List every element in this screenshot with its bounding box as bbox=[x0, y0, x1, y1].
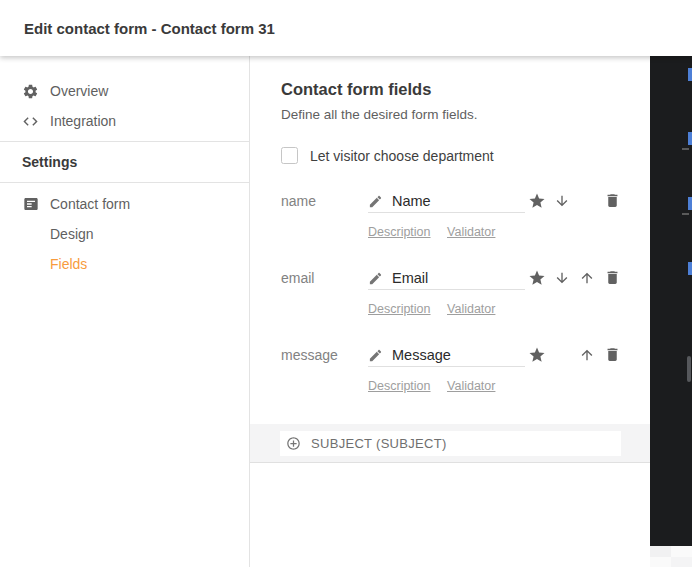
page-backdrop-bottom bbox=[650, 546, 692, 567]
add-field-label: SUBJECT (SUBJECT) bbox=[311, 436, 447, 451]
field-key: name bbox=[281, 193, 316, 209]
backdrop-fragment bbox=[682, 213, 689, 215]
favorite-icon-button[interactable] bbox=[528, 191, 546, 210]
field-key: message bbox=[281, 347, 338, 363]
sidebar-divider bbox=[0, 182, 249, 183]
panel-subtitle: Define all the desired form fields. bbox=[281, 107, 478, 122]
sidebar-item-label: Design bbox=[50, 226, 94, 242]
sidebar-section-settings: Settings bbox=[0, 142, 249, 182]
backdrop-scrollbar bbox=[687, 356, 691, 382]
backdrop-fragment bbox=[682, 148, 689, 150]
add-field-select[interactable]: SUBJECT (SUBJECT) bbox=[280, 431, 621, 456]
backdrop-fragment bbox=[688, 262, 692, 275]
sidebar-item-label: Overview bbox=[50, 83, 108, 99]
sidebar-item-integration[interactable]: Integration bbox=[0, 106, 249, 136]
panel-title: Contact form fields bbox=[281, 80, 431, 99]
delete-icon-button[interactable] bbox=[603, 345, 621, 364]
backdrop-fragment bbox=[688, 197, 692, 210]
department-checkbox-row: Let visitor choose department bbox=[281, 147, 494, 164]
sidebar-section-label: Settings bbox=[22, 154, 77, 170]
description-link[interactable]: Description bbox=[368, 302, 431, 316]
department-checkbox[interactable] bbox=[281, 147, 298, 164]
favorite-icon-button[interactable] bbox=[528, 345, 546, 364]
sidebar-item-label-active: Fields bbox=[50, 256, 87, 272]
code-icon bbox=[22, 113, 39, 130]
sidebar-item-label: Integration bbox=[50, 113, 116, 129]
move-down-icon-button[interactable] bbox=[553, 191, 571, 210]
backdrop-fragment bbox=[688, 132, 692, 145]
backdrop-fragment bbox=[688, 68, 692, 81]
field-label: Message bbox=[392, 347, 451, 363]
app-header: Edit contact form - Contact form 31 bbox=[0, 0, 692, 56]
sidebar-item-fields[interactable]: Fields bbox=[0, 249, 249, 279]
field-label-editor[interactable]: Name bbox=[368, 190, 525, 213]
sidebar-item-overview[interactable]: Overview bbox=[0, 76, 249, 106]
move-up-icon-button[interactable] bbox=[578, 268, 596, 287]
page-backdrop bbox=[650, 56, 692, 546]
field-key: email bbox=[281, 270, 314, 286]
field-row: name Name bbox=[281, 190, 645, 267]
field-row: message Message bbox=[281, 344, 645, 421]
gear-icon bbox=[22, 83, 39, 100]
page-title: Edit contact form - Contact form 31 bbox=[0, 20, 275, 37]
sidebar-item-contact-form[interactable]: Contact form bbox=[0, 189, 249, 219]
delete-icon-button[interactable] bbox=[603, 191, 621, 210]
description-link[interactable]: Description bbox=[368, 225, 431, 239]
form-icon bbox=[22, 196, 39, 213]
field-label-editor[interactable]: Email bbox=[368, 267, 525, 290]
add-field-bar: SUBJECT (SUBJECT) bbox=[250, 424, 650, 463]
favorite-icon-button[interactable] bbox=[528, 268, 546, 287]
contact-form-fields-panel: Contact form fields Define all the desir… bbox=[250, 56, 650, 567]
edit-pencil-icon bbox=[368, 348, 383, 363]
sidebar-item-label: Contact form bbox=[50, 196, 130, 212]
department-checkbox-label: Let visitor choose department bbox=[310, 148, 494, 164]
delete-icon-button[interactable] bbox=[603, 268, 621, 287]
description-link[interactable]: Description bbox=[368, 379, 431, 393]
settings-sidebar: Overview Integration Settings Contact fo… bbox=[0, 56, 250, 567]
validator-link[interactable]: Validator bbox=[447, 225, 495, 239]
add-circle-icon bbox=[286, 436, 301, 451]
icon-spacer bbox=[22, 226, 39, 243]
validator-link[interactable]: Validator bbox=[447, 379, 495, 393]
move-down-icon-button[interactable] bbox=[553, 268, 571, 287]
field-label: Email bbox=[392, 270, 428, 286]
edit-pencil-icon bbox=[368, 271, 383, 286]
field-label: Name bbox=[392, 193, 431, 209]
icon-spacer bbox=[22, 256, 39, 273]
field-row: email Email bbox=[281, 267, 645, 344]
field-rows: name Name bbox=[281, 190, 645, 421]
validator-link[interactable]: Validator bbox=[447, 302, 495, 316]
sidebar-item-design[interactable]: Design bbox=[0, 219, 249, 249]
move-up-icon-button[interactable] bbox=[578, 345, 596, 364]
edit-pencil-icon bbox=[368, 194, 383, 209]
field-label-editor[interactable]: Message bbox=[368, 344, 525, 367]
